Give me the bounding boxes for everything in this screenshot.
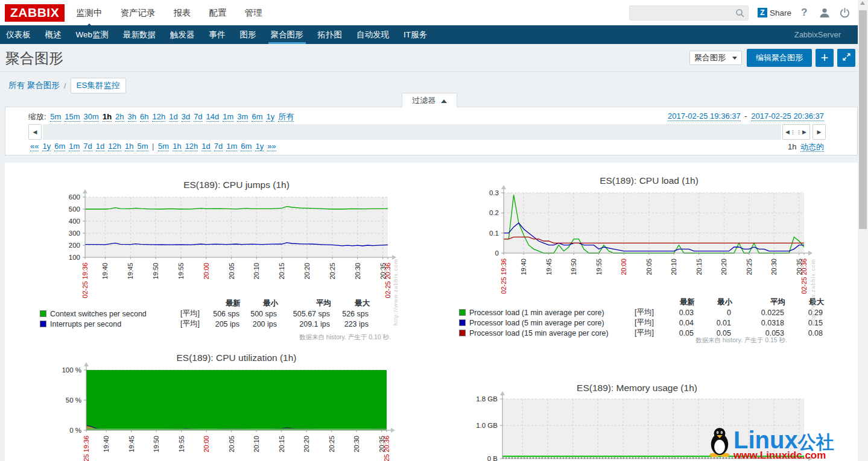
time-forward-link[interactable]: 1h	[173, 142, 181, 151]
time-back-link[interactable]: 6m	[54, 142, 65, 151]
zoom-option[interactable]: 6h	[140, 112, 148, 122]
svg-text:19:45: 19:45	[127, 263, 134, 280]
zoom-option[interactable]: 7d	[194, 112, 202, 122]
sub-nav-item[interactable]: IT服务	[404, 25, 427, 44]
time-back-link[interactable]: 12h	[108, 142, 121, 151]
server-name: ZabbixServer	[794, 25, 841, 44]
logout-icon[interactable]	[839, 5, 851, 20]
share-button[interactable]: Z Share	[758, 5, 791, 20]
linux-watermark-url: www.Linuxidc.com	[733, 451, 834, 460]
zoom-option[interactable]: 3m	[237, 112, 248, 122]
zoom-option[interactable]: 6m	[252, 112, 262, 122]
legend-value: 205 ips	[200, 320, 239, 328]
time-back-link[interactable]: 1h	[125, 142, 133, 151]
time-scrollbar-handle[interactable]: ◀⋮⋮▶	[782, 124, 810, 140]
svg-text:19:50: 19:50	[152, 263, 159, 280]
legend-value: 0.29	[784, 309, 823, 317]
svg-text:20:00: 20:00	[203, 263, 210, 280]
help-button[interactable]: ?	[801, 5, 807, 20]
time-range-separator: -	[743, 111, 750, 121]
time-forward-link[interactable]: 1d	[201, 142, 210, 151]
main-menu-item[interactable]: 配置	[209, 7, 227, 19]
legend-header: 最新	[655, 297, 695, 307]
zoom-option[interactable]: 3h	[128, 112, 136, 122]
zoom-option[interactable]: 1y	[266, 112, 274, 122]
time-forward-link[interactable]: 12h	[185, 142, 198, 151]
zoom-option[interactable]: 14d	[206, 112, 220, 122]
zoom-option[interactable]: 1m	[223, 112, 233, 122]
scroll-left-button[interactable]: ◀	[28, 124, 42, 140]
time-range: 2017-02-25 19:36:37 - 2017-02-25 20:36:3…	[666, 111, 826, 121]
svg-text:100 %: 100 %	[62, 366, 81, 374]
legend-function: [平均]	[171, 309, 200, 319]
time-forward-link[interactable]: 7d	[214, 142, 223, 151]
svg-text:20:25: 20:25	[328, 436, 335, 453]
pager-right[interactable]: »»	[267, 142, 276, 151]
time-back-link[interactable]: 5m	[137, 142, 148, 151]
legend-value: 0	[694, 309, 731, 317]
time-to-link[interactable]: 2017-02-25 20:36:37	[751, 111, 824, 121]
zoom-option[interactable]: 1d	[169, 112, 177, 122]
main-menu-item[interactable]: 监测中	[76, 7, 103, 19]
time-back-link[interactable]: 1d	[96, 142, 104, 151]
add-button[interactable]: +	[816, 49, 834, 67]
time-forward-link[interactable]: 6m	[241, 142, 252, 151]
sub-nav-item[interactable]: 图形	[240, 25, 256, 44]
page-scrollbar[interactable]	[858, 0, 868, 461]
breadcrumb-current[interactable]: ES集群监控	[71, 78, 126, 93]
sub-nav-item[interactable]: 仪表板	[6, 25, 31, 44]
zoom-option[interactable]: 3d	[182, 112, 190, 122]
time-nav-row: ««1y6m1m7d1d12h1h5m | 5m1h12h1d7d1m6m1y»…	[28, 142, 278, 151]
time-from-link[interactable]: 2017-02-25 19:36:37	[668, 111, 741, 121]
zoom-option[interactable]: 1h	[103, 112, 112, 122]
fullscreen-button[interactable]	[837, 49, 855, 67]
main-menu-item[interactable]: 管理	[245, 7, 262, 19]
dynamic-link[interactable]: 动态的	[800, 142, 824, 152]
breadcrumb-all-screens[interactable]: 所有 聚合图形	[8, 80, 60, 91]
legend-value: 209.1 ips	[277, 320, 330, 328]
scrollbar-up-arrow-icon[interactable]	[860, 1, 865, 5]
main-menu-item[interactable]: 报表	[174, 7, 191, 19]
scrollbar-thumb[interactable]	[859, 10, 867, 229]
sub-nav-item[interactable]: 自动发现	[356, 25, 389, 44]
chart-canvas[interactable]: 0 %50 %100 %02-25 19:3619:4019:4519:5019…	[44, 362, 422, 461]
zoom-option[interactable]: 15m	[65, 112, 80, 122]
svg-text:1.0 GB: 1.0 GB	[476, 422, 498, 429]
legend-swatch	[459, 330, 466, 336]
search-icon[interactable]	[735, 8, 745, 20]
triangle-up-icon	[441, 99, 447, 103]
zoom-option[interactable]: 30m	[84, 112, 99, 122]
chart-canvas[interactable]: 00.10.20.302-25 19:3619:4019:4519:5019:5…	[461, 184, 839, 305]
time-forward-link[interactable]: 5m	[158, 142, 169, 151]
time-forward-link[interactable]: 1m	[226, 142, 237, 151]
edit-screen-button[interactable]: 编辑聚合图形	[747, 49, 812, 67]
time-scrollbar-track[interactable]	[43, 124, 781, 140]
zoom-option[interactable]: 所有	[278, 112, 294, 122]
time-forward-link[interactable]: 1y	[255, 142, 264, 151]
sub-nav-item[interactable]: 聚合图形	[271, 25, 303, 44]
zoom-option[interactable]: 2h	[115, 112, 124, 122]
sub-nav-item[interactable]: 事件	[209, 25, 226, 44]
sub-nav-item[interactable]: 拓扑图	[318, 25, 343, 44]
screen-select[interactable]: 聚合图形	[689, 51, 742, 65]
svg-text:19:40: 19:40	[101, 263, 109, 280]
sub-nav-item[interactable]: 触发器	[170, 25, 195, 44]
filter-tab[interactable]: 过滤器	[402, 93, 457, 107]
profile-icon[interactable]	[819, 5, 831, 20]
time-back-link[interactable]: 1y	[42, 142, 51, 151]
time-back-link[interactable]: 1m	[69, 142, 80, 151]
nav-separator: |	[150, 142, 157, 151]
svg-text:19:55: 19:55	[595, 259, 603, 275]
scroll-right-button[interactable]: ▶	[813, 124, 826, 140]
svg-text:20:20: 20:20	[303, 263, 311, 280]
pager-left[interactable]: ««	[30, 142, 39, 151]
zoom-option[interactable]: 5m	[50, 112, 61, 122]
main-menu-item[interactable]: 资产记录	[121, 7, 156, 19]
sub-nav-item[interactable]: 最新数据	[123, 25, 156, 44]
search-input[interactable]	[633, 7, 733, 19]
chart-canvas[interactable]: 10020030040050060002-25 19:3619:4019:451…	[43, 189, 423, 309]
sub-nav-item[interactable]: 概述	[45, 25, 62, 44]
zoom-option[interactable]: 12h	[152, 112, 165, 122]
time-back-link[interactable]: 7d	[83, 142, 92, 151]
zabbix-logo[interactable]: ZABBIX	[5, 4, 65, 22]
